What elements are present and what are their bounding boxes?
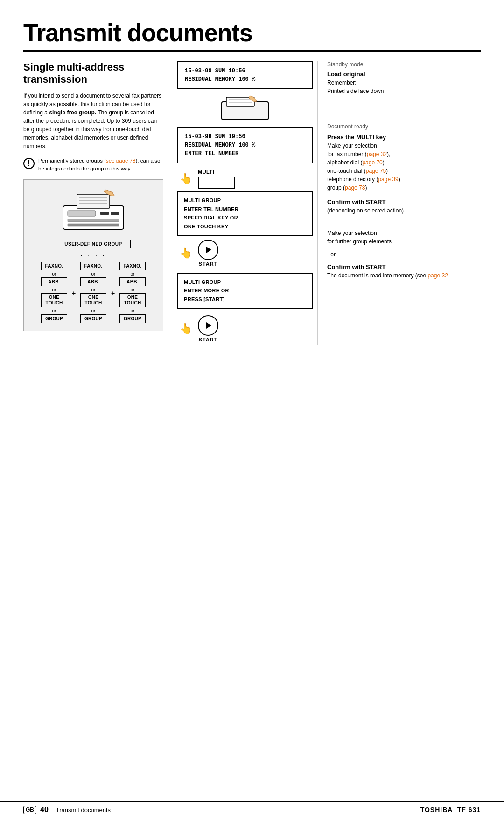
- menu2-line4: PRESS [START]: [184, 295, 306, 304]
- user-defined-group-label: USER-DEFINED GROUP: [56, 240, 131, 248]
- faxno-btn-1: FAXNO.: [41, 262, 67, 270]
- one-touch-dial-link[interactable]: page 75: [366, 168, 386, 174]
- right-column: Standby mode Load original Remember: Pri…: [317, 61, 481, 345]
- menu1-line1: MULTI GROUP: [184, 196, 306, 205]
- press-multi-desc: Make your selection for fax number (page…: [327, 142, 481, 192]
- footer-gb: GB: [23, 806, 36, 814]
- group-col-3: FAXNO. or ABB. or ONE TOUCH or GROUP: [116, 262, 149, 323]
- fax-machine-svg: [54, 187, 133, 232]
- one-touch-btn-2: ONE TOUCH: [80, 293, 106, 307]
- start-area-1: START: [198, 240, 218, 267]
- diagram-box: USER-DEFINED GROUP · · · · FAXNO. or ABB…: [23, 179, 163, 331]
- finger-icon-1: 👆: [177, 173, 194, 185]
- body-text: If you intend to send a document to seve…: [23, 92, 163, 150]
- make-selection-section: Make your selection for further group el…: [327, 229, 481, 259]
- plus-2: +: [110, 290, 116, 297]
- group-btn-2: GROUP: [80, 314, 106, 323]
- load-original-section: Load original Remember: Printed side fac…: [327, 71, 481, 95]
- confirm-start2-section: Confirm with START The document is read …: [327, 263, 481, 280]
- fax-illustration: [29, 187, 157, 233]
- load-original-title: Load original: [327, 71, 481, 78]
- or-2-1: or: [91, 271, 96, 276]
- group-link[interactable]: page 78: [345, 184, 365, 191]
- section-title: Single multi-address transmission: [23, 61, 163, 86]
- left-column: Single multi-address transmission If you…: [23, 61, 173, 345]
- start-btn-2[interactable]: [198, 315, 218, 336]
- confirm-start2-desc: The document is read into memory (see pa…: [327, 271, 481, 280]
- confirm-start1-section: Confirm with START (depending on selecte…: [327, 198, 481, 215]
- warning-icon: !: [23, 158, 35, 169]
- display1-line2: RESIDUAL MEMORY 100 %: [185, 75, 305, 84]
- memory-link[interactable]: page 32: [427, 272, 448, 279]
- warning-text: Permanently stored groups (see page 78),…: [38, 157, 163, 173]
- multi-step-row: 👆 MULTI: [177, 169, 313, 189]
- one-touch-btn-3: ONE TOUCH: [119, 293, 146, 307]
- display-box-2: 15-03-98 SUN 19:56 RESIDUAL MEMORY 100 %…: [177, 127, 313, 163]
- group-col-1: FAXNO. or ABB. or ONE TOUCH or GROUP: [38, 262, 70, 323]
- load-original-image: [177, 95, 313, 124]
- abb-btn-2: ABB.: [80, 277, 106, 286]
- confirm-start1-desc: (depending on selected action): [327, 206, 481, 215]
- plus-1: +: [70, 290, 77, 297]
- or-1-2: or: [52, 287, 56, 292]
- confirm-start1-title: Confirm with START: [327, 198, 481, 205]
- display-box-1: 15-03-98 SUN 19:56 RESIDUAL MEMORY 100 %: [177, 61, 313, 89]
- group-btn-1: GROUP: [41, 314, 67, 323]
- display2-line2: RESIDUAL MEMORY 100 %: [185, 141, 305, 149]
- abb-btn-3: ABB.: [119, 277, 146, 286]
- page-title: Transmit documents: [23, 19, 481, 52]
- warning-link[interactable]: see page 78: [106, 158, 135, 163]
- svg-rect-6: [77, 194, 110, 208]
- faxno-btn-2: FAXNO.: [80, 262, 106, 270]
- confirm-start2-title: Confirm with START: [327, 263, 481, 270]
- start-label-2: START: [199, 337, 218, 342]
- multi-key-btn: [198, 177, 235, 189]
- or-1-1: or: [52, 271, 56, 276]
- finger-icon-2: 👆: [177, 247, 194, 259]
- svg-rect-4: [68, 219, 119, 222]
- footer-left: GB 40 Transmit documents: [23, 806, 111, 814]
- or-1-3: or: [52, 308, 56, 313]
- load-original-desc: Remember: Printed side face down: [327, 78, 481, 95]
- group-columns: FAXNO. or ABB. or ONE TOUCH or GROUP +: [29, 262, 157, 323]
- menu1-line4: ONE TOUCH KEY: [184, 222, 306, 231]
- svg-rect-3: [111, 212, 119, 215]
- or-2-2: or: [91, 287, 96, 292]
- abb-btn-1: ABB.: [41, 277, 67, 286]
- start-btn-1[interactable]: [198, 240, 218, 260]
- group-dots: · · · ·: [29, 251, 157, 259]
- svg-rect-1: [68, 211, 96, 216]
- make-selection-desc: Make your selection for further group el…: [327, 229, 481, 246]
- menu-box-1: MULTI GROUP ENTER TEL NUMBER SPEED DIAL …: [177, 191, 313, 236]
- footer: GB 40 Transmit documents TOSHIBA TF 631: [0, 801, 504, 814]
- middle-column: 15-03-98 SUN 19:56 RESIDUAL MEMORY 100 %…: [173, 61, 317, 345]
- or-3-2: or: [131, 287, 135, 292]
- fax-number-link[interactable]: page 32: [367, 151, 387, 157]
- svg-rect-2: [100, 212, 109, 215]
- group-btn-3: GROUP: [119, 314, 146, 323]
- display2-line3: ENTER TEL NUMBER: [185, 149, 305, 158]
- press-multi-title: Press the MULTI key: [327, 134, 481, 141]
- standby-text: Standby mode: [327, 61, 481, 68]
- one-touch-btn-1: ONE TOUCH: [41, 293, 67, 307]
- or-3-3: or: [131, 308, 135, 313]
- document-ready-text: Document ready: [327, 123, 481, 130]
- menu1-line2: ENTER TEL NUMBER: [184, 205, 306, 214]
- telephone-dir-link[interactable]: page 39: [378, 176, 398, 183]
- svg-marker-15: [206, 322, 211, 329]
- menu2-line1: MULTI GROUP: [184, 278, 306, 287]
- alphabet-dial-link[interactable]: page 70: [362, 159, 382, 166]
- multi-label: MULTI: [198, 169, 313, 175]
- start-step-row-1: 👆 START: [177, 240, 313, 267]
- start-area-2: START: [198, 315, 218, 342]
- footer-right: TOSHIBA TF 631: [420, 806, 481, 814]
- press-multi-section: Press the MULTI key Make your selection …: [327, 134, 481, 192]
- display1-line1: 15-03-98 SUN 19:56: [185, 67, 305, 75]
- svg-rect-5: [68, 224, 119, 226]
- menu2-line3: ENTER MORE OR: [184, 286, 306, 295]
- or-3-1: or: [131, 271, 135, 276]
- or-2-3: or: [91, 308, 96, 313]
- menu-box-2: MULTI GROUP ENTER MORE OR PRESS [START]: [177, 273, 313, 309]
- group-col-2: FAXNO. or ABB. or ONE TOUCH or GROUP: [77, 262, 110, 323]
- faxno-btn-3: FAXNO.: [119, 262, 146, 270]
